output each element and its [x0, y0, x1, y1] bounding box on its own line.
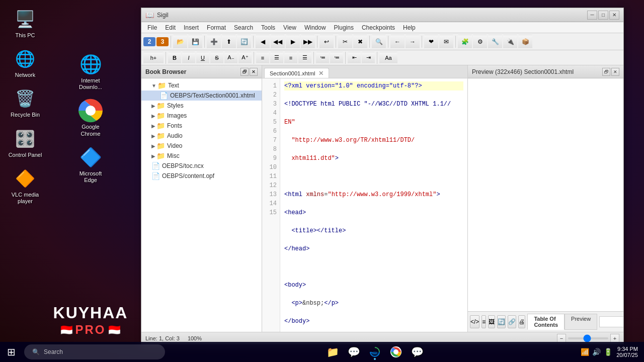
tab-preview[interactable]: Preview — [565, 314, 597, 330]
delete-button[interactable]: ✖ — [353, 35, 367, 49]
tree-item-styles-folder[interactable]: ▶ 📁 Styles — [141, 101, 262, 111]
code-editor[interactable]: 12345 678910 1112131415 <?xml version="1… — [262, 78, 467, 332]
zoom-out-button[interactable]: − — [557, 334, 566, 343]
find-button[interactable]: 🔍 — [372, 35, 386, 49]
cut-button[interactable]: ✂ — [338, 35, 352, 49]
tree-item-images-folder[interactable]: ▶ 📁 Images — [141, 111, 262, 121]
tree-item-section0001[interactable]: 📄 OEBPS/Text/Section0001.xhtml — [141, 90, 262, 101]
subscript-button[interactable]: A₋ — [224, 52, 237, 64]
ext2-button[interactable]: ⚙ — [473, 35, 487, 49]
ext4-button[interactable]: 🔌 — [503, 35, 517, 49]
desktop-icon-microsoft-edge[interactable]: 🔷 Microsoft Edge — [70, 143, 111, 186]
sync-button[interactable]: 🔄 — [497, 315, 506, 328]
taskbar-search[interactable]: 🔍 Search — [24, 344, 165, 359]
desktop-icon-this-pc[interactable]: 🖥️ This PC — [5, 5, 45, 41]
align-justify-button[interactable]: ☰ — [298, 52, 311, 64]
zoom-in-button[interactable]: + — [610, 334, 619, 343]
preview-restore-button[interactable]: 🗗 — [602, 68, 610, 76]
minimize-button[interactable]: ─ — [587, 11, 597, 20]
tree-item-fonts-folder[interactable]: ▶ 📁 Fonts — [141, 121, 262, 131]
desktop-icon-control-panel[interactable]: 🎛️ Control Panel — [5, 125, 45, 160]
strikethrough-button[interactable]: S — [210, 52, 223, 64]
bold-button[interactable]: B — [168, 52, 181, 64]
panel-close-button[interactable]: ✕ — [250, 68, 258, 76]
prev-all-button[interactable]: ◀◀ — [271, 35, 285, 49]
maximize-button[interactable]: □ — [598, 11, 608, 20]
menu-tools[interactable]: Tools — [257, 22, 279, 33]
toc-button[interactable]: ≡ — [481, 315, 486, 328]
image-button[interactable]: 🖼 — [488, 315, 495, 328]
start-button[interactable]: ⊞ — [2, 343, 20, 361]
preview-close-button[interactable]: ✕ — [611, 68, 619, 76]
badge-2[interactable]: 2 — [143, 37, 155, 46]
next-button[interactable]: ▶ — [286, 35, 300, 49]
menu-insert[interactable]: Insert — [180, 22, 203, 33]
font-style-button[interactable]: Aa — [379, 52, 397, 64]
unordered-list-button[interactable]: ≔ — [316, 52, 329, 64]
desktop-icon-network[interactable]: 🌐 Network — [5, 45, 45, 80]
desktop-icon-recycle-bin[interactable]: 🗑️ Recycle Bin — [5, 84, 45, 120]
desktop-icon-internet-download[interactable]: 🌐 Internet Downlo... — [70, 50, 111, 93]
close-button[interactable]: ✕ — [609, 11, 619, 20]
refresh-button[interactable]: 🔄 — [237, 35, 251, 49]
desktop-icon-vlc[interactable]: 🔶 VLC media player — [5, 164, 45, 207]
prev-button[interactable]: ◀ — [256, 35, 270, 49]
menu-help[interactable]: Help — [399, 22, 420, 33]
save-button[interactable]: 💾 — [188, 35, 202, 49]
ordered-list-button[interactable]: ≔ — [330, 52, 343, 64]
desktop-icon-google-chrome[interactable]: Google Chrome — [70, 97, 111, 139]
mail-button[interactable]: ✉ — [439, 35, 453, 49]
outdent-button[interactable]: ⇤ — [348, 52, 361, 64]
zoom-slider[interactable] — [568, 337, 608, 339]
align-left-button[interactable]: ≡ — [256, 52, 269, 64]
menu-checkpoints[interactable]: Checkpoints — [358, 22, 399, 33]
menu-window[interactable]: Window — [300, 22, 330, 33]
badge-3[interactable]: 3 — [156, 37, 169, 46]
tab-close-button[interactable]: ✕ — [318, 70, 324, 77]
editor-tab-section0001[interactable]: Section0001.xhtml ✕ — [264, 68, 329, 78]
taskbar-app-edge[interactable] — [365, 343, 385, 361]
indent-button[interactable]: ⇥ — [362, 52, 375, 64]
ext1-button[interactable]: 🧩 — [458, 35, 472, 49]
add-button[interactable]: ➕ — [207, 35, 221, 49]
taskbar-app-whatsapp[interactable]: 💬 — [407, 343, 427, 361]
code-content[interactable]: <?xml version="1.0" encoding="utf-8"?> <… — [280, 78, 467, 332]
style-dropdown[interactable]: h+ — [143, 52, 164, 64]
taskbar-app-files[interactable]: 📁 — [323, 343, 343, 361]
menu-format[interactable]: Format — [203, 22, 230, 33]
open-button[interactable]: 📂 — [173, 35, 187, 49]
print-button[interactable]: 🖨 — [518, 315, 525, 328]
menu-plugins[interactable]: Plugins — [330, 22, 358, 33]
tree-item-misc-folder[interactable]: ▶ 📁 Misc — [141, 151, 262, 161]
ext3-button[interactable]: 🔧 — [488, 35, 502, 49]
arrow-up-button[interactable]: ⬆ — [222, 35, 236, 49]
undo-button[interactable]: ↩ — [319, 35, 334, 49]
menu-edit[interactable]: Edit — [161, 22, 180, 33]
nav-back-button[interactable]: ← — [390, 35, 405, 49]
align-right-button[interactable]: ≡ — [284, 52, 297, 64]
underline-button[interactable]: U — [196, 52, 209, 64]
tree-item-video-folder[interactable]: ▶ 📁 Video — [141, 141, 262, 151]
menu-file[interactable]: File — [143, 22, 161, 33]
tab-table-of-contents[interactable]: Table Of Contents — [527, 314, 565, 330]
menu-search[interactable]: Search — [230, 22, 257, 33]
preview-search-input[interactable] — [599, 316, 623, 327]
panel-restore-button[interactable]: 🗗 — [240, 68, 249, 76]
tree-item-text-folder[interactable]: ▼ 📁 Text — [141, 80, 262, 90]
next-all-button[interactable]: ▶▶ — [301, 35, 315, 49]
network-status-icon: 📶 — [581, 348, 589, 356]
heart-button[interactable]: ❤ — [424, 35, 438, 49]
align-center-button[interactable]: ☰ — [270, 52, 283, 64]
link-button[interactable]: 🔗 — [508, 315, 516, 328]
ext5-button[interactable]: 📦 — [518, 35, 532, 49]
italic-button[interactable]: I — [182, 52, 195, 64]
tree-item-toc[interactable]: 📄 OEBPS/toc.ncx — [141, 161, 262, 171]
tree-item-audio-folder[interactable]: ▶ 📁 Audio — [141, 131, 262, 141]
tree-item-content-opf[interactable]: 📄 OEBPS/content.opf — [141, 171, 262, 181]
code-view-button[interactable]: </> — [470, 315, 479, 328]
menu-view[interactable]: View — [279, 22, 300, 33]
taskbar-app-chrome[interactable] — [386, 343, 406, 361]
nav-forward-button[interactable]: → — [406, 35, 420, 49]
superscript-button[interactable]: A⁺ — [238, 52, 252, 64]
taskbar-app-chat[interactable]: 💬 — [344, 343, 364, 361]
